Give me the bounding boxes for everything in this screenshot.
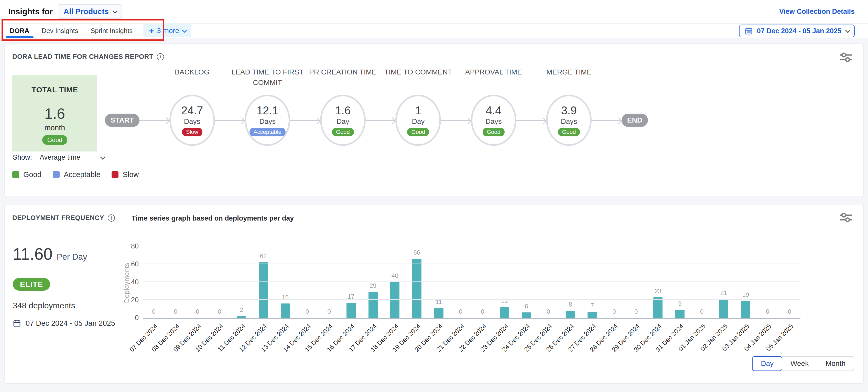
flow-stage-time-to-comment: TIME TO COMMENT1DayGood [395, 95, 441, 146]
bar-slot: 931 Dec 2024 [669, 247, 691, 318]
bar-value-label: 21 [720, 290, 727, 297]
stage-value: 4.4 [486, 104, 501, 117]
bar-slot: 624 Dec 2024 [516, 247, 537, 318]
page-title: Insights for [8, 7, 53, 17]
bar-slot: 015 Dec 2024 [318, 247, 340, 318]
date-range-picker[interactable]: 07 Dec 2024 - 05 Jan 2025 [739, 25, 855, 37]
flow-arrow [290, 120, 320, 121]
product-selector[interactable]: All Products [58, 4, 122, 19]
bar-slot: 010 Dec 2024 [209, 247, 230, 318]
bar-slot: 1223 Dec 2024 [494, 247, 516, 318]
info-icon[interactable]: i [108, 214, 115, 221]
calendar-icon [745, 27, 753, 35]
deployment-count: 348 deployments [13, 301, 75, 310]
tab-sprint-insights[interactable]: Sprint Insights [85, 24, 139, 38]
granularity-month-button[interactable]: Month [817, 356, 854, 371]
bar-slot: 005 Jan 2025 [778, 247, 801, 318]
deployment-date-range: 07 Dec 2024 - 05 Jan 2025 [13, 319, 115, 328]
legend-label: Slow [123, 171, 139, 179]
legend-swatch [112, 171, 119, 178]
bar-slot: 6619 Dec 2024 [406, 247, 428, 318]
stage-circle: 4.4DaysGood [471, 95, 517, 146]
bar-slot: 6212 Dec 2024 [252, 247, 274, 318]
product-selector-label: All Products [63, 7, 109, 16]
bar-value-label: 0 [481, 308, 484, 315]
flow-start-pill: START [105, 114, 140, 127]
bar-value-label: 0 [152, 308, 155, 315]
bar-slot: 2102 Jan 2025 [713, 247, 735, 318]
bar [346, 303, 356, 318]
bar-slots: 007 Dec 2024008 Dec 2024009 Dec 2024010 … [143, 247, 801, 318]
deployment-frequency-card: DEPLOYMENT FREQUENCY i Time series graph… [4, 205, 864, 384]
top-bar-left: Insights for All Products [8, 4, 122, 19]
bar-slot: 1613 Dec 2024 [274, 247, 296, 318]
chart-settings-icon[interactable] [839, 52, 852, 63]
bar-slot: 014 Dec 2024 [296, 247, 318, 318]
bar-value-label: 0 [788, 308, 791, 315]
stage-status-badge: Slow [182, 128, 203, 137]
flow-stage-pr-creation-time: PR CREATION TIME1.6DayGood [320, 95, 366, 146]
bar-value-label: 0 [328, 308, 331, 315]
bar-value-label: 66 [413, 249, 421, 256]
view-collection-details-link[interactable]: View Collection Details [779, 8, 855, 16]
plus-icon: + [149, 27, 154, 35]
stage-status-badge: Acceptable [249, 128, 286, 137]
bar-value-label: 0 [196, 308, 199, 315]
legend-swatch [12, 171, 19, 178]
bar [390, 282, 399, 318]
stage-value: 24.7 [181, 104, 203, 117]
bar [566, 311, 575, 318]
bar [369, 292, 378, 318]
deployment-rate-value: 11.60 [13, 245, 53, 264]
gridline [143, 299, 801, 300]
tabs-more-button[interactable]: + 3 more [143, 24, 191, 37]
bar-slot: 029 Dec 2024 [625, 247, 647, 318]
bar [522, 312, 531, 318]
stage-value: 12.1 [256, 104, 278, 117]
bar-value-label: 40 [392, 272, 398, 279]
flow-arrow [592, 120, 622, 121]
info-icon[interactable]: i [157, 53, 164, 60]
tab-dora[interactable]: DORA [4, 24, 36, 38]
bar-slot: 007 Dec 2024 [143, 247, 165, 318]
flow-stage-merge-time: MERGE TIME3.9DaysGood [546, 95, 592, 146]
calendar-icon [13, 319, 21, 328]
bar [281, 303, 290, 318]
stage-unit: Days [561, 117, 577, 126]
bar-slot: 1903 Jan 2025 [735, 247, 757, 318]
bar [675, 310, 684, 318]
granularity-day-button[interactable]: Day [752, 356, 782, 371]
gridline [143, 246, 801, 246]
insights-page: Insights for All Products View Collectio… [0, 0, 868, 392]
tab-dev-insights[interactable]: Dev Insights [36, 24, 85, 38]
status-legend: GoodAcceptableSlow [12, 171, 139, 179]
bar-slot: 727 Dec 2024 [581, 247, 603, 318]
total-time-unit: month [44, 124, 65, 132]
y-axis-tick: 40 [131, 278, 139, 286]
stage-value: 1.6 [335, 104, 350, 117]
bar-slot: 021 Dec 2024 [450, 247, 472, 318]
y-axis-tick: 0 [135, 314, 139, 322]
y-axis-tick: 80 [131, 242, 139, 250]
stage-status-badge: Good [332, 128, 354, 137]
gridline [143, 264, 801, 264]
stage-circle: 1DayGood [395, 95, 441, 146]
chevron-down-icon [100, 154, 105, 159]
bar-value-label: 0 [459, 308, 462, 315]
chart-settings-icon[interactable] [839, 212, 852, 223]
lead-time-flow: STARTBACKLOG24.7DaysSlowLEAD TIME TO FIR… [105, 95, 648, 146]
flow-arrow [140, 120, 169, 121]
granularity-week-button[interactable]: Week [782, 356, 817, 371]
flow-stage-lead-time-to-first-commit: LEAD TIME TO FIRST COMMIT12.1DaysAccepta… [245, 95, 290, 146]
bar-slot: 004 Jan 2025 [757, 247, 779, 318]
flow-stage-backlog: BACKLOG24.7DaysSlow [169, 95, 215, 146]
legend-item-good: Good [12, 171, 41, 179]
bar [653, 297, 662, 318]
show-dropdown[interactable]: Show: Average time [13, 153, 104, 161]
stage-circle: 1.6DayGood [320, 95, 366, 146]
stage-circle: 3.9DaysGood [546, 95, 592, 146]
total-time-label: TOTAL TIME [31, 86, 78, 94]
bar-value-label: 6 [525, 303, 528, 310]
bar-slot: 025 Dec 2024 [537, 247, 559, 318]
stage-unit: Day [412, 117, 425, 126]
